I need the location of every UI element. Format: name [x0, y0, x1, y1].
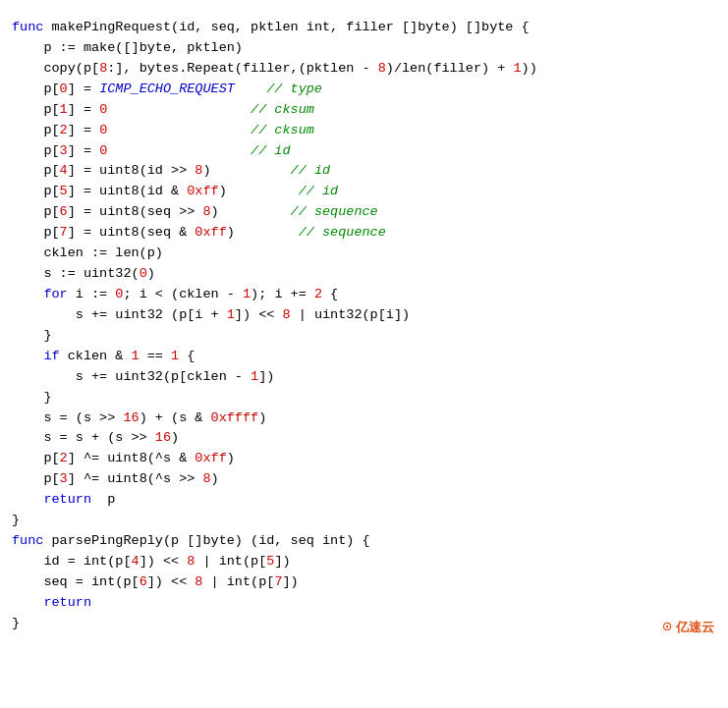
code-segment: i := — [68, 287, 116, 301]
code-segment: ] = — [68, 123, 99, 137]
code-segment: makePingRequest — [52, 20, 172, 34]
code-segment: )/len(filler) + — [386, 61, 514, 76]
code-segment: 0xff — [195, 225, 226, 240]
code-segment: byte — [140, 40, 171, 55]
code-line: p[3] ^= uint8(^s >> 8) — [12, 469, 712, 490]
code-line: copy(p[8:], bytes.Repeat(filler,(pktlen … — [12, 59, 712, 80]
code-segment: 1 — [60, 102, 68, 117]
code-line: p[5] = uint8(id & 0xff) // id — [12, 182, 712, 202]
code-segment — [107, 102, 251, 117]
code-segment: s := uint32( — [12, 266, 140, 281]
code-segment: ] = uint8(id & — [68, 184, 188, 198]
code-line: s += uint32(p[cklen - 1]) — [12, 367, 712, 388]
code-segment: // cksum — [251, 123, 314, 137]
code-line: seq = int(p[6]) << 8 | int(p[7]) — [12, 572, 712, 593]
code-segment: 8 — [282, 307, 290, 322]
code-line: for i := 0; i < (cklen - 1); i += 2 { — [12, 285, 712, 305]
code-line: s = (s >> 16) + (s & 0xffff) — [12, 408, 712, 429]
code-container: func makePingRequest(id, seq, pktlen int… — [0, 0, 728, 652]
code-segment: int — [307, 20, 330, 34]
code-segment: 8 — [378, 61, 386, 76]
code-line: s = s + (s >> 16) — [12, 428, 712, 449]
code-segment: int — [322, 533, 346, 548]
code-segment: 2 — [60, 123, 68, 137]
code-segment: 1 — [132, 349, 140, 363]
code-segment — [107, 123, 251, 137]
code-segment: 1 — [171, 349, 179, 363]
code-segment: s = s + (s >> — [12, 430, 155, 445]
code-segment: ) — [219, 184, 299, 198]
code-line: p[2] ^= uint8(^s & 0xff) — [12, 449, 712, 469]
code-line: p[4] = uint8(id >> 8) // id — [12, 161, 712, 182]
code-segment: 16 — [155, 430, 171, 445]
code-segment: ]) — [274, 554, 290, 569]
code-line: p[3] = 0 // id — [12, 141, 712, 162]
code-segment: } — [12, 616, 20, 630]
code-segment: s += uint32(p[cklen - — [12, 369, 251, 384]
code-segment: // id — [251, 143, 291, 158]
code-segment: 2 — [60, 451, 68, 465]
code-segment: copy(p[ — [12, 61, 99, 76]
code-segment: ) — [147, 266, 155, 281]
code-segment: | uint32(p[i]) — [291, 307, 411, 322]
code-line: p[2] = 0 // cksum — [12, 121, 712, 141]
code-segment: if — [43, 349, 59, 363]
code-line: } — [12, 511, 712, 531]
code-segment: // id — [291, 163, 331, 178]
code-line: func makePingRequest(id, seq, pktlen int… — [12, 18, 712, 38]
code-segment: ]) << — [140, 554, 188, 569]
code-segment: p[ — [12, 82, 60, 96]
code-segment: s = (s >> — [12, 410, 123, 425]
code-line: cklen := len(p) — [12, 244, 712, 264]
code-segment: ; i < (cklen - — [123, 287, 243, 301]
code-segment: | int(p[ — [202, 574, 274, 589]
code-segment: cklen & — [60, 349, 132, 363]
code-segment: p[ — [12, 102, 60, 117]
code-line: } — [12, 326, 712, 347]
code-line: p[6] = uint8(seq >> 8) // sequence — [12, 202, 712, 223]
code-segment: 1 — [251, 369, 258, 384]
code-segment: ) (id, seq — [235, 533, 322, 548]
code-segment: ); i += — [251, 287, 314, 301]
code-line: if cklen & 1 == 1 { — [12, 347, 712, 367]
code-segment: ) — [202, 163, 290, 178]
code-segment: p — [91, 492, 115, 507]
code-segment — [235, 82, 266, 96]
code-segment — [107, 143, 251, 158]
code-segment: (id, seq, pktlen — [171, 20, 307, 34]
code-segment: // type — [266, 82, 322, 96]
code-segment: } — [12, 328, 52, 343]
code-segment: func — [12, 533, 52, 548]
logo-icon: ⊙ — [662, 616, 672, 640]
code-segment: parsePingReply — [52, 533, 163, 548]
code-line: s += uint32 (p[i + 1]) << 8 | uint32(p[i… — [12, 305, 712, 326]
code-segment — [12, 349, 43, 363]
code-segment: ICMP_ECHO_REQUEST — [99, 82, 235, 96]
code-line: p[0] = ICMP_ECHO_REQUEST // type — [12, 80, 712, 100]
code-segment: byte — [481, 20, 513, 34]
code-segment: 0 — [60, 82, 68, 96]
code-segment: return — [43, 595, 91, 610]
code-segment: ]) << — [235, 307, 283, 322]
code-segment: ) — [211, 471, 219, 486]
code-segment: return — [43, 492, 91, 507]
code-segment: ] = — [68, 82, 99, 96]
code-segment: { — [513, 20, 529, 34]
code-segment: byte — [202, 533, 234, 548]
code-segment: ] = uint8(id >> — [68, 163, 196, 178]
code-segment: 3 — [60, 143, 68, 158]
logo-area: ⊙ 亿速云 — [662, 616, 714, 640]
code-segment: p[ — [12, 471, 60, 486]
code-segment: s += uint32 (p[i + — [12, 307, 227, 322]
code-line: p[1] = 0 // cksum — [12, 100, 712, 121]
code-segment: { — [322, 287, 338, 301]
code-segment: 8 — [202, 471, 210, 486]
code-segment: } — [12, 513, 20, 527]
code-segment: ) + (s & — [140, 410, 211, 425]
code-line: func parsePingReply(p []byte) (id, seq i… — [12, 531, 712, 552]
code-segment: // id — [299, 184, 339, 198]
code-segment: 4 — [132, 554, 140, 569]
code-line: return p — [12, 490, 712, 511]
code-segment: // sequence — [291, 204, 378, 219]
code-line: s := uint32(0) — [12, 264, 712, 285]
